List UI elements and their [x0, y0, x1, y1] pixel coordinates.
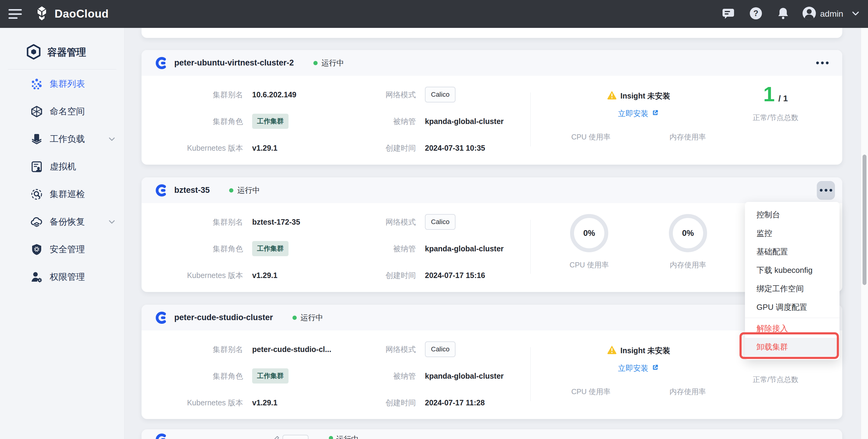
managed-value: kpanda-global-cluster	[425, 235, 504, 262]
scrollbar-thumb[interactable]	[863, 155, 867, 285]
insight-missing-text: Insight 未安装	[620, 91, 670, 101]
created-label: 创建时间	[370, 389, 416, 416]
cluster-logo-icon	[155, 312, 167, 324]
alias-label: 集群别名	[158, 336, 243, 362]
module-title-text: 容器管理	[47, 46, 86, 59]
sidebar-item-label: 备份恢复	[50, 216, 85, 228]
card-actions-button[interactable]	[813, 54, 831, 72]
usage-labels: CPU 使用率 内存使用率	[560, 132, 717, 142]
namespace-icon	[30, 105, 43, 118]
cpu-usage-label: CPU 使用率	[571, 132, 610, 142]
created-label: 创建时间	[370, 262, 416, 289]
feedback-chat-icon[interactable]	[722, 7, 735, 21]
install-now-link[interactable]: 立即安装	[560, 109, 717, 119]
edit-pencil-icon[interactable]	[272, 435, 280, 439]
memory-usage-label: 内存使用率	[670, 132, 706, 142]
cluster-card-body: 集群别名 bztest-172-35 网络模式 Calico 集群角色 工作集群…	[142, 203, 842, 292]
notifications-bell-icon[interactable]	[776, 7, 790, 21]
menu-item-console[interactable]: 控制台	[745, 206, 839, 224]
cluster-card-header: bztest-35 运行中	[142, 177, 842, 203]
cluster-list-icon	[30, 78, 43, 90]
sidebar-item-security[interactable]: 安全管理	[0, 240, 124, 259]
sidebar-item-backup-restore[interactable]: 备份恢复	[0, 212, 124, 232]
cluster-card-header: peter-ubuntu-virtnest-cluster-2 运行中	[142, 50, 842, 76]
menu-item-monitoring[interactable]: 监控	[745, 224, 839, 242]
role-label: 集群角色	[158, 362, 243, 389]
hamburger-menu-icon[interactable]	[8, 8, 23, 20]
network-label: 网络模式	[370, 209, 416, 235]
sidebar-item-workloads[interactable]: 工作负载	[0, 129, 124, 149]
network-value: Calico	[425, 209, 504, 235]
sidebar-item-label: 集群列表	[50, 78, 85, 90]
cluster-logo-icon	[155, 434, 167, 439]
avatar[interactable]	[802, 6, 816, 22]
sidebar-item-virtual-machines[interactable]: 虚拟机	[0, 157, 124, 176]
role-label: 集群角色	[158, 235, 243, 262]
created-value: 2024-07-17 11:28	[425, 389, 504, 416]
brand[interactable]: DaoCloud	[34, 0, 109, 28]
sidebar-item-label: 权限管理	[50, 271, 85, 283]
menu-item-detach-cluster[interactable]: 解除接入	[745, 319, 839, 338]
k8s-version-label: Kubernetes 版本	[158, 389, 243, 416]
cpu-gauge: 0% CPU 使用率	[563, 214, 615, 270]
menu-item-download-kubeconfig[interactable]: 下载 kubeconfig	[745, 261, 839, 280]
menu-item-bind-workspace[interactable]: 绑定工作空间	[745, 280, 839, 298]
alias-label: 集群别名	[158, 209, 243, 235]
insight-block: Insight 未安装 立即安装	[560, 90, 717, 119]
cluster-logo-icon	[155, 184, 167, 197]
sidebar-item-cluster-inspection[interactable]: 集群巡检	[0, 185, 124, 204]
cluster-card: bztest-35 运行中 集群别名 bztest-172-35 网络模式 Ca…	[142, 177, 842, 292]
role-value: 工作集群	[252, 108, 361, 135]
menu-item-gpu-scheduling[interactable]: GPU 调度配置	[745, 298, 839, 317]
divider	[530, 220, 531, 274]
insight-missing-text: Insight 未安装	[620, 346, 670, 356]
k8s-version-label: Kubernetes 版本	[158, 262, 243, 289]
sidebar-item-label: 命名空间	[50, 106, 85, 118]
sidebar-item-permissions[interactable]: 权限管理	[0, 267, 124, 287]
cluster-status: 运行中	[229, 185, 260, 195]
role-value: 工作集群	[252, 362, 361, 389]
card-actions-button[interactable]	[817, 181, 835, 200]
chevron-down-icon[interactable]	[107, 217, 116, 227]
help-icon[interactable]: ?	[749, 7, 763, 21]
nodes-label: 正常/节点总数	[733, 113, 818, 122]
cluster-details: 集群别名 10.6.202.149 网络模式 Calico 集群角色 工作集群 …	[158, 81, 504, 161]
status-dot-icon	[329, 436, 333, 439]
sidebar-divider	[8, 69, 116, 69]
user-chevron-down-icon[interactable]	[851, 9, 860, 19]
memory-usage-label: 内存使用率	[662, 260, 714, 270]
nodes-ok-count: 1	[764, 84, 775, 104]
sidebar-item-namespace[interactable]: 命名空间	[0, 102, 124, 121]
cpu-gauge-ring: 0%	[570, 214, 608, 252]
menu-item-basic-config[interactable]: 基础配置	[745, 242, 839, 261]
cluster-name[interactable]: bztest-35	[174, 185, 210, 195]
status-dot-icon	[229, 188, 234, 193]
k8s-version-value: v1.29.1	[252, 135, 361, 161]
cluster-details: 集群别名 bztest-172-35 网络模式 Calico 集群角色 工作集群…	[158, 209, 504, 289]
cpu-usage-label: CPU 使用率	[563, 260, 615, 270]
cluster-card-partial-top	[142, 28, 842, 38]
alias-value: 10.6.202.149	[252, 81, 361, 108]
scrollbar-track[interactable]	[861, 28, 868, 439]
status-dot-icon	[313, 61, 318, 65]
cluster-details: 集群别名 peter-cude-studio-cl... 网络模式 Calico…	[158, 336, 504, 416]
topbar: DaoCloud ? admin	[0, 0, 868, 28]
menu-divider	[745, 318, 839, 318]
install-now-link[interactable]: 立即安装	[560, 363, 717, 373]
cluster-logo-icon	[155, 57, 167, 69]
chevron-down-icon[interactable]	[107, 135, 116, 144]
sidebar-item-cluster-list[interactable]: 集群列表	[0, 74, 124, 94]
status-text: 运行中	[336, 434, 359, 439]
cluster-card: peter-cude-studio-cluster 运行中 集群别名 peter…	[142, 305, 842, 419]
cluster-name[interactable]: peter-ubuntu-virtnest-cluster-2	[174, 58, 294, 68]
user-name[interactable]: admin	[820, 9, 843, 19]
cluster-card: peter-ubuntu-virtnest-cluster-2 运行中 集群别名…	[142, 50, 842, 165]
menu-item-uninstall-cluster[interactable]: 卸载集群	[745, 338, 839, 356]
managed-label: 被纳管	[370, 235, 416, 262]
k8s-version-value: v1.29.1	[252, 262, 361, 289]
role-label: 集群角色	[158, 108, 243, 135]
alias-value: peter-cude-studio-cl...	[252, 336, 361, 362]
usage-gauges: 0% CPU 使用率 0% 内存使用率	[560, 214, 717, 270]
cluster-name[interactable]: peter-cude-studio-cluster	[174, 313, 273, 322]
cluster-card-body: 集群别名 peter-cude-studio-cl... 网络模式 Calico…	[142, 330, 842, 419]
